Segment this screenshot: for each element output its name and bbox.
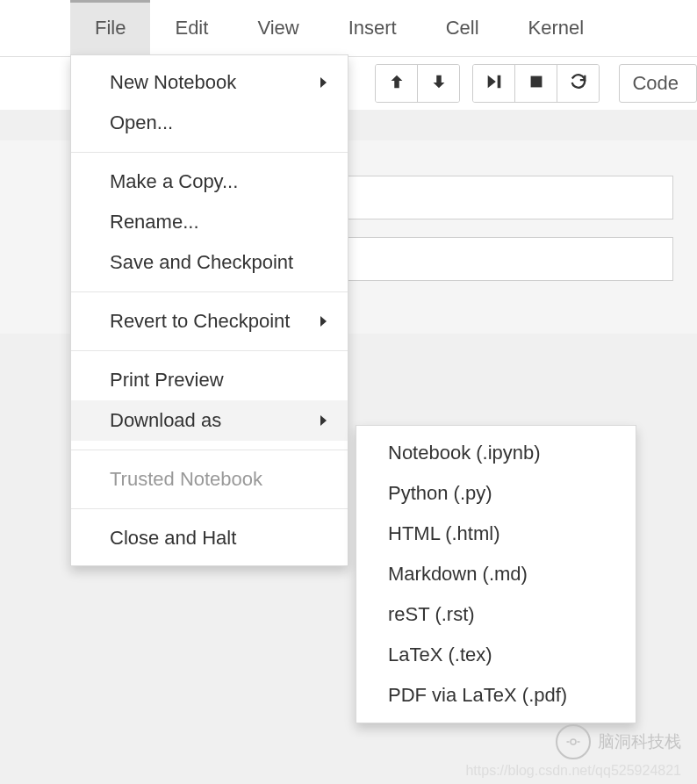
file-save-checkpoint[interactable]: Save and Checkpoint — [71, 242, 348, 283]
file-revert-label: Revert to Checkpoint — [110, 310, 290, 333]
download-rst-label: reST (.rst) — [388, 603, 475, 625]
watermark-icon — [556, 724, 591, 759]
file-rename[interactable]: Rename... — [71, 202, 348, 242]
download-pdf[interactable]: PDF via LaTeX (.pdf) — [356, 675, 636, 716]
file-save-checkpoint-label: Save and Checkpoint — [110, 251, 293, 274]
svg-rect-0 — [530, 76, 542, 87]
download-py[interactable]: Python (.py) — [356, 473, 636, 514]
download-rst[interactable]: reST (.rst) — [356, 594, 636, 635]
arrow-down-icon — [429, 72, 449, 96]
chevron-right-icon — [320, 77, 327, 88]
menu-file[interactable]: File — [70, 0, 150, 56]
menu-insert-label: Insert — [348, 17, 397, 40]
svg-point-1 — [571, 739, 576, 744]
file-close-halt[interactable]: Close and Halt — [71, 518, 348, 558]
watermark-text: 脑洞科技栈 — [598, 730, 681, 753]
watermark: 脑洞科技栈 — [556, 724, 681, 759]
file-make-copy[interactable]: Make a Copy... — [71, 162, 348, 202]
divider — [71, 508, 348, 509]
menu-edit[interactable]: Edit — [150, 0, 233, 56]
file-revert[interactable]: Revert to Checkpoint — [71, 301, 348, 342]
chevron-right-icon — [320, 415, 327, 426]
watermark-url: https://blog.csdn.net/qq525924821 — [465, 763, 681, 779]
file-trusted-label: Trusted Notebook — [110, 468, 262, 491]
download-pdf-label: PDF via LaTeX (.pdf) — [388, 684, 567, 706]
restart-button[interactable] — [557, 65, 599, 102]
file-print-preview[interactable]: Print Preview — [71, 360, 348, 400]
download-html[interactable]: HTML (.html) — [356, 514, 636, 554]
divider — [71, 152, 348, 153]
file-new-notebook-label: New Notebook — [110, 71, 236, 94]
menu-file-label: File — [95, 17, 126, 40]
download-tex[interactable]: LaTeX (.tex) — [356, 635, 636, 675]
toolbar-move-group — [375, 64, 460, 103]
divider — [71, 291, 348, 292]
menu-insert[interactable]: Insert — [324, 0, 421, 56]
file-close-halt-label: Close and Halt — [110, 527, 236, 550]
file-print-preview-label: Print Preview — [110, 369, 224, 392]
file-dropdown: New Notebook Open... Make a Copy... Rena… — [70, 54, 348, 566]
menu-view[interactable]: View — [233, 0, 323, 56]
file-rename-label: Rename... — [110, 211, 199, 234]
menubar: File Edit View Insert Cell Kernel — [0, 0, 697, 57]
file-download-as[interactable]: Download as — [71, 400, 348, 441]
file-make-copy-label: Make a Copy... — [110, 170, 238, 193]
run-button[interactable] — [473, 65, 515, 102]
move-down-button[interactable] — [418, 65, 459, 102]
divider — [71, 450, 348, 450]
cell-type-value: Code — [632, 72, 679, 95]
cell-type-select[interactable]: Code — [619, 64, 697, 103]
divider — [71, 350, 348, 351]
download-md-label: Markdown (.md) — [388, 563, 528, 585]
file-open[interactable]: Open... — [71, 103, 348, 143]
download-tex-label: LaTeX (.tex) — [388, 644, 492, 665]
download-as-submenu: Notebook (.ipynb) Python (.py) HTML (.ht… — [356, 425, 636, 723]
stop-icon — [527, 72, 546, 96]
step-forward-icon — [485, 72, 504, 96]
menu-view-label: View — [257, 17, 298, 40]
toolbar-run-group — [472, 64, 600, 103]
file-open-label: Open... — [110, 111, 173, 134]
file-trusted: Trusted Notebook — [71, 459, 348, 500]
refresh-icon — [569, 72, 588, 96]
download-html-label: HTML (.html) — [388, 522, 500, 544]
menubar-spacer — [0, 0, 70, 56]
file-new-notebook[interactable]: New Notebook — [71, 62, 348, 103]
download-ipynb-label: Notebook (.ipynb) — [388, 442, 541, 464]
arrow-up-icon — [387, 72, 406, 96]
download-ipynb[interactable]: Notebook (.ipynb) — [356, 433, 636, 473]
menu-kernel-label: Kernel — [528, 17, 585, 40]
menu-kernel[interactable]: Kernel — [504, 0, 609, 56]
download-py-label: Python (.py) — [388, 482, 492, 504]
menu-edit-label: Edit — [175, 17, 208, 40]
menu-cell[interactable]: Cell — [421, 0, 504, 56]
interrupt-button[interactable] — [515, 65, 557, 102]
menu-cell-label: Cell — [446, 17, 479, 40]
move-up-button[interactable] — [376, 65, 418, 102]
file-download-as-label: Download as — [110, 409, 221, 432]
chevron-right-icon — [320, 316, 327, 327]
download-md[interactable]: Markdown (.md) — [356, 554, 636, 594]
